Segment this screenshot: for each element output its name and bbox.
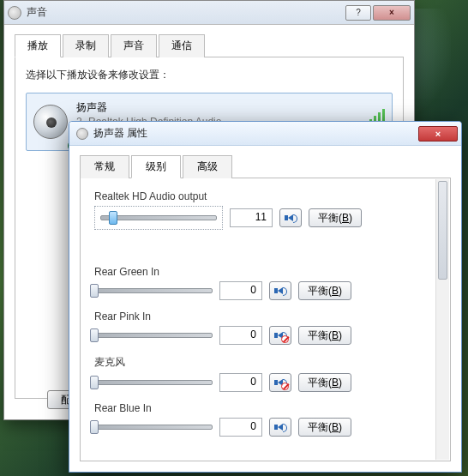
- volume-control: 麦克风0平衡(B): [94, 355, 436, 392]
- balance-button[interactable]: 平衡(B): [298, 281, 351, 300]
- slider-thumb[interactable]: [90, 420, 99, 434]
- volume-value[interactable]: 11: [230, 208, 273, 227]
- instruction-text: 选择以下播放设备来修改设置：: [26, 68, 393, 82]
- speaker-icon: [278, 287, 283, 294]
- tab-communications[interactable]: 通信: [159, 34, 205, 57]
- balance-button[interactable]: 平衡(B): [298, 326, 351, 345]
- tab-sounds[interactable]: 声音: [111, 34, 157, 57]
- volume-slider[interactable]: [94, 419, 213, 436]
- mute-button[interactable]: [269, 326, 291, 345]
- properties-title: 扬声器 属性: [93, 126, 147, 141]
- volume-control: Realtek HD Audio output11平衡(B): [94, 190, 436, 230]
- properties-titlebar[interactable]: 扬声器 属性 ×: [69, 122, 461, 146]
- balance-button[interactable]: 平衡(B): [309, 208, 362, 227]
- volume-slider[interactable]: [94, 327, 213, 344]
- control-label: Rear Blue In: [94, 402, 436, 414]
- control-row: 0平衡(B): [94, 281, 436, 300]
- volume-control: Rear Pink In0平衡(B): [94, 310, 436, 345]
- speaker-icon: [288, 214, 293, 221]
- help-button[interactable]: ?: [345, 5, 371, 21]
- control-label: Realtek HD Audio output: [94, 190, 436, 202]
- control-label: Rear Green In: [94, 266, 436, 278]
- speaker-small-icon: [76, 128, 88, 140]
- volume-control: Rear Green In0平衡(B): [94, 266, 436, 300]
- volume-value[interactable]: 0: [219, 373, 262, 392]
- control-row: 0平衡(B): [94, 373, 436, 392]
- sound-window-title: 声音: [27, 5, 47, 20]
- tab-general[interactable]: 常规: [80, 155, 129, 178]
- speaker-properties-window: 扬声器 属性 × 常规 级别 高级 Realtek HD Audio outpu…: [69, 121, 462, 473]
- speaker-small-icon: [8, 6, 21, 20]
- volume-slider[interactable]: [94, 374, 213, 391]
- slider-thumb[interactable]: [90, 284, 99, 298]
- control-row: 0平衡(B): [94, 418, 436, 437]
- close-button[interactable]: ×: [373, 5, 411, 21]
- properties-tabs: 常规 级别 高级: [80, 154, 451, 178]
- volume-value[interactable]: 0: [219, 326, 262, 345]
- levels-panel: Realtek HD Audio output11平衡(B)Rear Green…: [80, 178, 451, 461]
- volume-control: Rear Blue In0平衡(B): [94, 402, 436, 437]
- slider-thumb[interactable]: [90, 328, 99, 342]
- device-name: 扬声器: [76, 100, 221, 115]
- tab-advanced[interactable]: 高级: [183, 155, 232, 178]
- tab-levels[interactable]: 级别: [131, 155, 181, 178]
- mute-button[interactable]: [269, 418, 291, 437]
- balance-button[interactable]: 平衡(B): [298, 373, 351, 392]
- control-row: 0平衡(B): [94, 326, 436, 345]
- muted-indicator-icon: [281, 335, 289, 343]
- properties-body: 常规 级别 高级 Realtek HD Audio output11平衡(B)R…: [69, 146, 461, 472]
- mute-button[interactable]: [269, 373, 291, 392]
- speaker-icon: [33, 105, 68, 139]
- tab-recording[interactable]: 录制: [63, 34, 109, 57]
- muted-indicator-icon: [281, 383, 289, 390]
- volume-value[interactable]: 0: [219, 418, 262, 437]
- scrollbar-thumb[interactable]: [438, 181, 447, 280]
- slider-thumb[interactable]: [109, 211, 117, 225]
- sound-window-titlebar[interactable]: 声音 ? ×: [4, 1, 414, 25]
- control-row: 11平衡(B): [94, 206, 436, 230]
- speaker-icon: [278, 424, 283, 431]
- close-button[interactable]: ×: [418, 126, 458, 142]
- balance-button[interactable]: 平衡(B): [298, 418, 351, 437]
- volume-value[interactable]: 0: [219, 281, 262, 300]
- control-label: Rear Pink In: [94, 310, 436, 322]
- volume-slider[interactable]: [100, 209, 217, 226]
- slider-thumb[interactable]: [90, 376, 99, 389]
- vertical-scrollbar[interactable]: [435, 179, 449, 460]
- volume-slider[interactable]: [94, 282, 213, 299]
- mute-button[interactable]: [279, 208, 302, 227]
- sound-tabs: 播放 录制 声音 通信: [15, 33, 404, 57]
- mute-button[interactable]: [269, 281, 291, 300]
- tab-playback[interactable]: 播放: [15, 34, 61, 57]
- control-label: 麦克风: [94, 355, 436, 370]
